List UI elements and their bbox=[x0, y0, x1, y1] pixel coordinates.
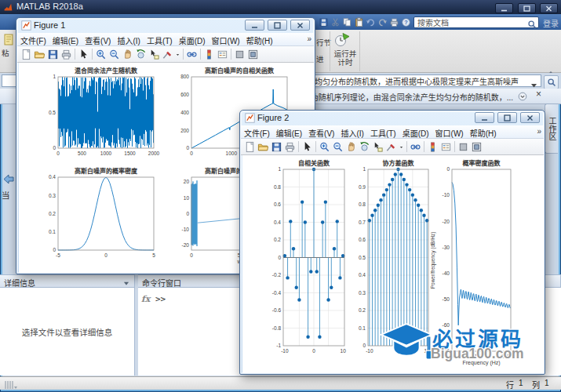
details-panel-header[interactable]: 详细信息 bbox=[0, 274, 135, 288]
menu-item-4[interactable]: 工具(T) bbox=[367, 125, 399, 139]
back-arrow-icon[interactable] bbox=[2, 173, 14, 187]
menu-item-3[interactable]: 插入(I) bbox=[114, 33, 143, 46]
details-collapse-icon[interactable] bbox=[123, 279, 129, 288]
menu-item-6[interactable]: 窗口(W) bbox=[209, 33, 243, 46]
link-plots-icon[interactable] bbox=[185, 48, 199, 61]
figure2-window-controls bbox=[474, 112, 540, 123]
dropdown-icon[interactable] bbox=[398, 140, 405, 154]
status-bar bbox=[0, 376, 561, 390]
svg-text:1: 1 bbox=[278, 166, 281, 172]
svg-text:-10: -10 bbox=[443, 192, 450, 198]
minimize-button[interactable] bbox=[495, 3, 513, 13]
data-cursor-icon[interactable] bbox=[148, 48, 161, 61]
figure2-titlebar[interactable]: Figure 2 bbox=[240, 111, 545, 125]
svg-text:0.7: 0.7 bbox=[359, 220, 366, 225]
dropdown-icon[interactable] bbox=[174, 48, 181, 61]
maximize-button[interactable] bbox=[518, 3, 536, 13]
svg-text:-0.2: -0.2 bbox=[272, 272, 282, 278]
svg-text:600: 600 bbox=[180, 92, 189, 97]
menu-item-5[interactable]: 桌面(D) bbox=[176, 33, 209, 46]
status-grip-icon[interactable] bbox=[4, 379, 17, 392]
workspace-vertical-tab[interactable]: 工作区 bbox=[545, 103, 558, 154]
zoom-in-icon[interactable] bbox=[94, 48, 107, 61]
insert-colorbar-icon[interactable] bbox=[426, 140, 439, 154]
data-cursor-icon[interactable] bbox=[371, 140, 384, 154]
menu-item-3[interactable]: 插入(I) bbox=[337, 125, 366, 139]
open-folder-icon[interactable] bbox=[33, 48, 46, 61]
save-icon[interactable] bbox=[270, 140, 283, 154]
menu-item-1[interactable]: 编辑(E) bbox=[273, 125, 305, 139]
figure2-menubar: 文件(F)编辑(E)查看(V)插入(I)工具(T)桌面(D)窗口(W)帮助(H)… bbox=[241, 125, 544, 139]
quick-undo-icon[interactable] bbox=[365, 17, 376, 28]
close-button[interactable] bbox=[540, 3, 558, 13]
figure1-minimize-button[interactable] bbox=[245, 20, 264, 31]
main-titlebar[interactable]: MATLAB R2018a bbox=[0, 0, 561, 14]
insert-legend-icon[interactable] bbox=[439, 140, 453, 154]
command-prompt[interactable]: >> bbox=[155, 294, 166, 304]
rotate-3d-icon[interactable] bbox=[358, 140, 371, 154]
dock-figure-icon[interactable] bbox=[233, 48, 246, 61]
figure1-maximize-button[interactable] bbox=[268, 20, 287, 31]
details-panel-body: 选择文件以查看详细信息 bbox=[0, 288, 135, 376]
quick-save-icon[interactable] bbox=[318, 17, 329, 28]
zoom-out-icon[interactable] bbox=[107, 48, 121, 61]
quick-paste-icon[interactable] bbox=[353, 17, 364, 28]
brush-icon[interactable] bbox=[384, 140, 398, 154]
toolbar-divider bbox=[424, 141, 424, 152]
new-document-icon[interactable] bbox=[20, 48, 33, 61]
pan-hand-icon[interactable] bbox=[121, 48, 134, 61]
menu-item-5[interactable]: 桌面(D) bbox=[399, 125, 432, 139]
svg-text:0.2: 0.2 bbox=[274, 237, 281, 242]
svg-text:1000: 1000 bbox=[100, 151, 112, 156]
menu-overflow-icon[interactable]: » bbox=[307, 34, 311, 43]
link-plots-icon[interactable] bbox=[409, 140, 422, 154]
open-folder-icon[interactable] bbox=[257, 140, 270, 154]
figure1-titlebar[interactable]: Figure 1 bbox=[16, 18, 315, 33]
menu-item-0[interactable]: 文件(F) bbox=[241, 125, 273, 139]
dock-figure-icon[interactable] bbox=[457, 140, 470, 154]
rotate-3d-icon[interactable] bbox=[134, 48, 148, 61]
svg-text:10: 10 bbox=[341, 348, 347, 354]
quick-print-icon[interactable] bbox=[388, 17, 399, 28]
new-document-icon[interactable] bbox=[243, 140, 257, 154]
figure1-close-button[interactable] bbox=[290, 20, 310, 31]
tab-dropdown-icon[interactable] bbox=[517, 91, 528, 105]
sign-in-link[interactable]: 登录 bbox=[543, 17, 559, 29]
quick-help-icon[interactable]: ? bbox=[400, 17, 411, 28]
menu-item-7[interactable]: 帮助(H) bbox=[467, 125, 500, 139]
menu-item-1[interactable]: 编辑(E) bbox=[49, 33, 82, 46]
menu-item-2[interactable]: 查看(V) bbox=[305, 125, 337, 139]
print-icon[interactable] bbox=[60, 48, 73, 61]
zoom-in-icon[interactable] bbox=[318, 140, 331, 154]
insert-colorbar-icon[interactable] bbox=[202, 48, 216, 61]
toolbar-divider bbox=[75, 49, 75, 60]
menu-overflow-icon[interactable]: » bbox=[537, 127, 541, 136]
arrow-cursor-icon[interactable] bbox=[301, 140, 314, 154]
pan-hand-icon[interactable] bbox=[344, 140, 358, 154]
quick-copy-icon[interactable] bbox=[341, 17, 352, 28]
folder-search-button[interactable] bbox=[544, 75, 559, 89]
paste-label-partial[interactable]: 粘 bbox=[2, 47, 9, 58]
menu-item-7[interactable]: 帮助(H) bbox=[243, 33, 276, 46]
dock-all-icon[interactable] bbox=[246, 48, 260, 61]
zoom-out-icon[interactable] bbox=[331, 140, 344, 154]
arrow-cursor-icon[interactable] bbox=[77, 48, 90, 61]
run-and-time-label-2[interactable]: 计时 bbox=[333, 56, 357, 67]
menu-item-0[interactable]: 文件(F) bbox=[17, 33, 49, 46]
figure2-minimize-button[interactable] bbox=[475, 112, 494, 123]
figure2-close-button[interactable] bbox=[520, 112, 540, 123]
quick-redo-icon[interactable] bbox=[377, 17, 388, 28]
print-icon[interactable] bbox=[283, 140, 297, 154]
insert-legend-icon[interactable] bbox=[216, 48, 229, 61]
figure2-maximize-button[interactable] bbox=[497, 112, 517, 123]
step-in-label[interactable]: 进 bbox=[316, 53, 324, 64]
menu-item-2[interactable]: 查看(V) bbox=[82, 33, 114, 46]
quick-cut-icon[interactable] bbox=[330, 17, 341, 28]
doc-search-input[interactable] bbox=[413, 16, 539, 28]
menu-item-6[interactable]: 窗口(W) bbox=[432, 125, 467, 139]
dock-all-icon[interactable] bbox=[470, 140, 483, 154]
save-icon[interactable] bbox=[46, 48, 60, 61]
brush-icon[interactable] bbox=[161, 48, 174, 61]
menu-item-4[interactable]: 工具(T) bbox=[144, 33, 176, 46]
tab-close-icon[interactable]: × bbox=[536, 89, 541, 100]
